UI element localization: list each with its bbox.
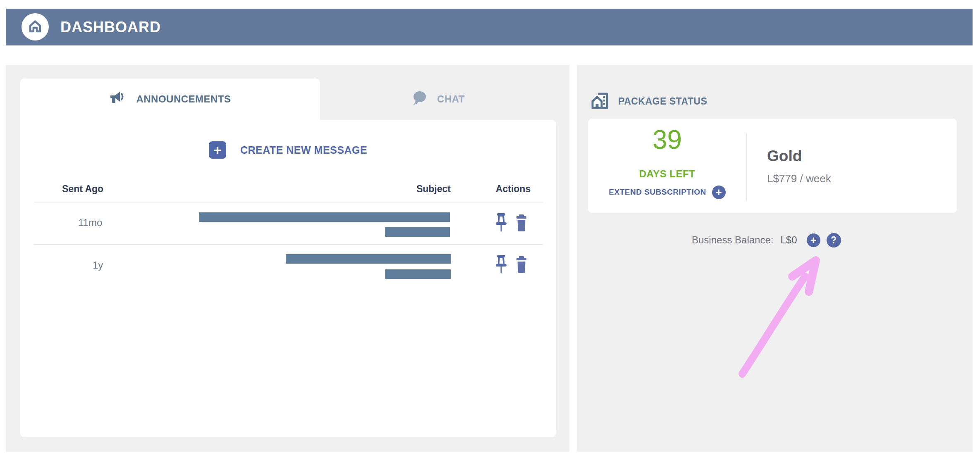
plus-icon: + xyxy=(209,141,226,159)
days-left-label: DAYS LEFT xyxy=(588,168,746,180)
page-title: DASHBOARD xyxy=(60,9,161,45)
extend-subscription-button[interactable]: EXTEND SUBSCRIPTION + xyxy=(588,185,746,200)
create-new-message-label: CREATE NEW MESSAGE xyxy=(240,144,367,156)
business-balance-row: Business Balance: L$0 + ? xyxy=(692,232,841,248)
building-icon xyxy=(590,90,610,112)
redacted-subject-bar xyxy=(199,212,450,222)
table-row[interactable]: 1y xyxy=(20,244,556,287)
tab-announcements-label: ANNOUNCEMENTS xyxy=(136,93,231,105)
package-status-card: 39 DAYS LEFT EXTEND SUBSCRIPTION + Gold … xyxy=(588,119,957,213)
pin-icon[interactable] xyxy=(495,213,507,235)
tab-chat-label: CHAT xyxy=(437,93,465,105)
card-divider xyxy=(746,133,747,201)
redacted-subject-bar xyxy=(286,254,451,264)
create-new-message-button[interactable]: + CREATE NEW MESSAGE xyxy=(20,120,556,180)
package-status-title: PACKAGE STATUS xyxy=(618,96,707,107)
tab-chat[interactable]: CHAT xyxy=(320,79,556,120)
messages-panel: ANNOUNCEMENTS CHAT + CREATE NEW MESSAGE … xyxy=(6,65,569,452)
add-balance-button[interactable]: + xyxy=(807,233,820,247)
home-icon xyxy=(26,17,44,37)
redacted-subject-bar xyxy=(385,227,450,237)
table-row[interactable]: 11mo xyxy=(20,202,556,244)
chat-bubble-icon xyxy=(411,90,429,108)
plus-circle-icon: + xyxy=(712,186,726,199)
days-left-value: 39 xyxy=(588,124,746,155)
redacted-subject-bar xyxy=(385,269,451,279)
business-balance-label: Business Balance: xyxy=(692,234,773,246)
subscription-days-block: 39 DAYS LEFT EXTEND SUBSCRIPTION + xyxy=(588,119,746,213)
column-actions: Actions xyxy=(495,183,531,195)
plan-name: Gold xyxy=(767,148,802,165)
help-button[interactable]: ? xyxy=(827,233,841,248)
package-status-panel: PACKAGE STATUS 39 DAYS LEFT EXTEND SUBSC… xyxy=(577,65,973,452)
dashboard-page: DASHBOARD ANNOUNCEMENTS CHAT xyxy=(0,0,980,457)
trash-icon[interactable] xyxy=(515,256,528,275)
business-balance-value: L$0 xyxy=(780,234,797,246)
messages-table-header: Sent Ago Subject Actions xyxy=(20,180,556,202)
package-status-header: PACKAGE STATUS xyxy=(590,90,707,112)
column-sent-ago: Sent Ago xyxy=(62,183,103,195)
sent-ago-value: 11mo xyxy=(78,217,102,228)
extend-subscription-label: EXTEND SUBSCRIPTION xyxy=(609,188,706,197)
megaphone-icon xyxy=(109,90,128,108)
tab-announcements[interactable]: ANNOUNCEMENTS xyxy=(20,79,320,120)
pin-icon[interactable] xyxy=(495,255,507,277)
sent-ago-value: 1y xyxy=(93,259,103,271)
plan-price: L$779 / week xyxy=(767,172,831,185)
column-subject: Subject xyxy=(404,183,451,195)
announcements-card: + CREATE NEW MESSAGE Sent Ago Subject Ac… xyxy=(20,120,556,437)
trash-icon[interactable] xyxy=(515,214,528,233)
top-bar: DASHBOARD xyxy=(6,9,973,45)
home-button[interactable] xyxy=(22,13,49,40)
